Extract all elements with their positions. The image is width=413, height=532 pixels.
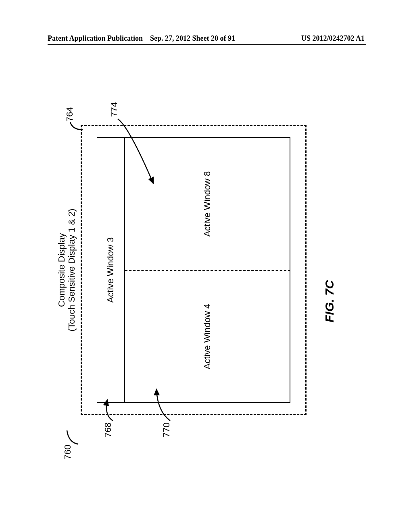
header-rule [48,44,366,45]
ref-764-leader [69,116,87,132]
header-pubnum: US 2012/0242702 A1 [301,34,365,43]
title-line-1: Composite Display [56,125,67,415]
ref-768-leader [101,395,117,423]
active-window-4-label: Active Window 4 [202,304,213,370]
composite-display-title: Composite Display (Touch Sensitive Displ… [56,125,77,415]
active-window-3-label: Active Window 3 [105,237,116,303]
ref-770: 770 [161,422,172,437]
active-window-8-label: Active Window 8 [202,171,213,237]
figure-7c: Composite Display (Touch Sensitive Displ… [40,81,363,484]
active-window-4: Active Window 4 [125,270,290,403]
ref-768: 768 [103,422,113,437]
ref-774-leader [113,115,157,187]
figure-canvas: Composite Display (Touch Sensitive Displ… [40,81,363,484]
ref-760-leader [65,423,81,447]
header-date-sheet: Sep. 27, 2012 Sheet 20 of 91 [150,34,235,43]
figure-caption: FIG. 7C [323,280,336,322]
ref-770-leader [153,385,175,423]
header-publication: Patent Application Publication [48,34,143,43]
title-line-2: (Touch Sensitive Display 1 & 2) [67,125,77,415]
